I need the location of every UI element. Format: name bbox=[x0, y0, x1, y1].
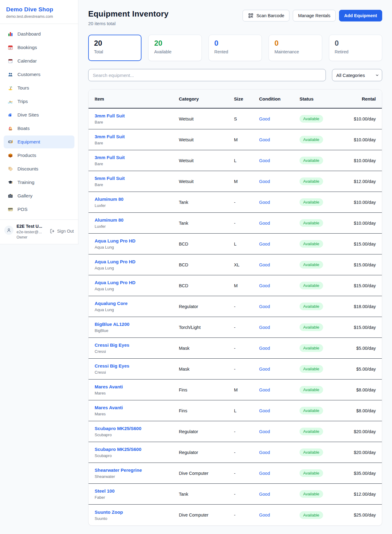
condition-cell: Good bbox=[259, 179, 300, 184]
item-name-link[interactable]: Cressi Big Eyes bbox=[95, 363, 129, 368]
item-cell: Cressi Big Eyes Cressi bbox=[95, 363, 179, 375]
item-name-link[interactable]: Aqua Lung Pro HD bbox=[95, 280, 135, 285]
page-header: Equipment Inventory 20 items total Scan … bbox=[88, 9, 382, 26]
stat-card-retired[interactable]: 0 Retired bbox=[329, 35, 382, 61]
item-name-link[interactable]: BigBlue AL1200 bbox=[95, 322, 130, 327]
sidebar-item-calendar[interactable]: Calendar bbox=[4, 55, 74, 67]
item-condition-link[interactable]: Good bbox=[259, 450, 270, 455]
item-condition-link[interactable]: Good bbox=[259, 242, 270, 246]
customers-icon bbox=[7, 71, 13, 78]
item-name-link[interactable]: Aqua Lung Pro HD bbox=[95, 238, 135, 243]
item-condition-link[interactable]: Good bbox=[259, 283, 270, 288]
sidebar-item-pos[interactable]: POS bbox=[4, 203, 74, 216]
item-name-link[interactable]: Scubapro MK25/S600 bbox=[95, 447, 141, 452]
item-name-link[interactable]: 3mm Full Suit bbox=[95, 113, 125, 118]
item-condition-link[interactable]: Good bbox=[259, 158, 270, 163]
item-condition-link[interactable]: Good bbox=[259, 492, 270, 497]
sidebar-item-discounts[interactable]: Discounts bbox=[4, 162, 74, 175]
item-condition-link[interactable]: Good bbox=[259, 367, 270, 372]
tours-icon bbox=[7, 85, 13, 91]
item-name-link[interactable]: 5mm Full Suit bbox=[95, 176, 125, 181]
item-name-link[interactable]: 3mm Full Suit bbox=[95, 155, 125, 160]
item-condition-link[interactable]: Good bbox=[259, 116, 270, 121]
item-condition-link[interactable]: Good bbox=[259, 200, 270, 205]
status-badge: Available bbox=[300, 136, 323, 143]
item-cell: Shearwater Peregrine Shearwater bbox=[95, 467, 179, 479]
item-name-link[interactable]: 3mm Full Suit bbox=[95, 134, 125, 139]
item-name-link[interactable]: Cressi Big Eyes bbox=[95, 342, 129, 348]
sidebar-item-bookings[interactable]: 17 Bookings bbox=[4, 41, 74, 54]
condition-cell: Good bbox=[259, 512, 300, 518]
item-size: L bbox=[234, 242, 259, 246]
category-select[interactable]: All Categories bbox=[332, 69, 382, 81]
item-condition-link[interactable]: Good bbox=[259, 429, 270, 434]
item-cell: 3mm Full Suit Bare bbox=[95, 134, 179, 145]
item-name-link[interactable]: Mares Avanti bbox=[95, 405, 123, 410]
sign-out-button[interactable]: Sign Out bbox=[49, 228, 74, 234]
stat-card-available[interactable]: 20 Available bbox=[148, 35, 202, 61]
sidebar-item-dive-sites[interactable]: Dive Sites bbox=[4, 109, 74, 121]
item-condition-link[interactable]: Good bbox=[259, 179, 270, 184]
item-condition-link[interactable]: Good bbox=[259, 346, 270, 351]
item-name-link[interactable]: Mares Avanti bbox=[95, 384, 123, 389]
sidebar-item-equipment[interactable]: Equipment bbox=[4, 135, 74, 148]
item-name-link[interactable]: Aluminum 80 bbox=[95, 196, 123, 202]
item-category: Tank bbox=[179, 200, 234, 205]
stat-card-maintenance[interactable]: 0 Maintenance bbox=[269, 35, 322, 61]
item-name-link[interactable]: Shearwater Peregrine bbox=[95, 467, 142, 473]
item-condition-link[interactable]: Good bbox=[259, 387, 270, 392]
item-condition-link[interactable]: Good bbox=[259, 304, 270, 309]
sidebar-item-products[interactable]: Products bbox=[4, 149, 74, 162]
item-condition-link[interactable]: Good bbox=[259, 471, 270, 476]
status-badge: Available bbox=[300, 323, 323, 331]
item-brand: Luxfer bbox=[95, 203, 179, 208]
item-name-link[interactable]: Suunto Zoop bbox=[95, 509, 123, 515]
title-block: Equipment Inventory 20 items total bbox=[88, 9, 168, 26]
search-input[interactable] bbox=[88, 69, 326, 81]
item-cell: 3mm Full Suit Bare bbox=[95, 113, 179, 124]
item-category: Fins bbox=[179, 408, 234, 413]
item-size: M bbox=[234, 179, 259, 184]
column-header-rental: Rental bbox=[340, 96, 376, 101]
calendar-icon bbox=[7, 58, 13, 64]
item-condition-link[interactable]: Good bbox=[259, 262, 270, 267]
item-category: Wetsuit bbox=[179, 179, 234, 184]
item-name-link[interactable]: Aqua Lung Pro HD bbox=[95, 259, 135, 264]
item-name-link[interactable]: Aluminum 80 bbox=[95, 217, 123, 223]
bookings-icon: 17 bbox=[7, 44, 13, 51]
stat-card-total[interactable]: 20 Total bbox=[88, 35, 141, 61]
sidebar-item-gallery[interactable]: Gallery bbox=[4, 189, 74, 202]
item-condition-link[interactable]: Good bbox=[259, 221, 270, 226]
sidebar-item-customers[interactable]: Customers bbox=[4, 68, 74, 81]
stat-label: Available bbox=[154, 49, 196, 54]
item-name-link[interactable]: Steel 100 bbox=[95, 488, 115, 494]
manage-rentals-button[interactable]: Manage Rentals bbox=[293, 10, 336, 21]
add-equipment-button[interactable]: Add Equipment bbox=[339, 10, 382, 21]
sidebar-item-tours[interactable]: Tours bbox=[4, 82, 74, 94]
sidebar-item-boats[interactable]: Boats bbox=[4, 122, 74, 135]
stat-card-rented[interactable]: 0 Rented bbox=[209, 35, 262, 61]
item-condition-link[interactable]: Good bbox=[259, 408, 270, 413]
column-header-status: Status bbox=[300, 96, 340, 101]
scan-barcode-button[interactable]: Scan Barcode bbox=[243, 10, 289, 21]
dashboard-icon bbox=[7, 31, 13, 37]
item-size: - bbox=[234, 367, 259, 372]
item-condition-link[interactable]: Good bbox=[259, 137, 270, 142]
sidebar-item-label: Training bbox=[17, 180, 34, 185]
pos-icon bbox=[7, 206, 13, 212]
item-condition-link[interactable]: Good bbox=[259, 513, 270, 517]
item-cell: Aqua Lung Pro HD Aqua Lung bbox=[95, 238, 179, 250]
status-badge: Available bbox=[300, 365, 323, 373]
item-cell: Scubapro MK25/S600 Scubapro bbox=[95, 426, 179, 437]
sidebar-item-trips[interactable]: Trips bbox=[4, 95, 74, 108]
sidebar-item-training[interactable]: Training bbox=[4, 176, 74, 189]
sidebar-item-label: Equipment bbox=[17, 139, 40, 145]
filter-bar: All Categories bbox=[88, 69, 382, 81]
sidebar-item-dashboard[interactable]: Dashboard bbox=[4, 28, 74, 40]
item-name-link[interactable]: Scubapro MK25/S600 bbox=[95, 426, 141, 431]
item-condition-link[interactable]: Good bbox=[259, 325, 270, 330]
item-brand: Luxfer bbox=[95, 224, 179, 229]
item-rental-rate: $10.00/day bbox=[340, 221, 376, 226]
item-name-link[interactable]: Aqualung Core bbox=[95, 301, 128, 306]
status-badge: Available bbox=[300, 115, 323, 123]
